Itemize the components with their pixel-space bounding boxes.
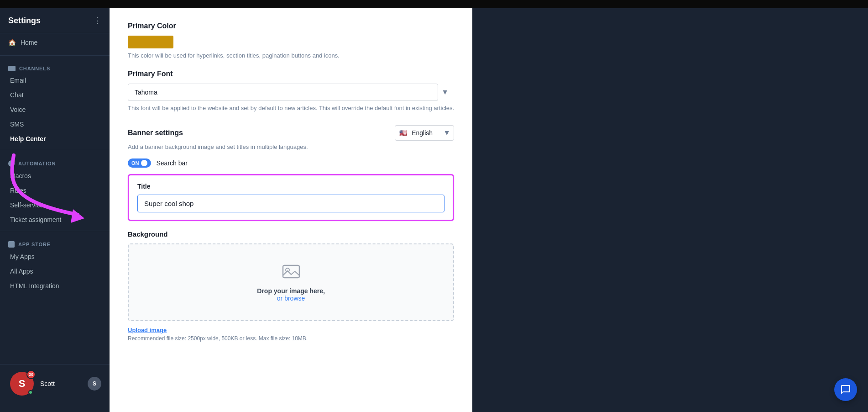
title-box: Title [128, 174, 454, 221]
home-label: Home [21, 39, 37, 46]
sidebar-item-my-apps[interactable]: My Apps [0, 249, 110, 264]
top-bar [0, 0, 868, 8]
toggle-label: ON [131, 160, 139, 166]
browse-link[interactable]: or browse [277, 295, 305, 302]
app-store-label: APP STORE [8, 241, 101, 248]
browse-row: or browse [138, 295, 444, 302]
sidebar-item-help-center[interactable]: Help Center [0, 132, 110, 146]
chat-fab-button[interactable] [834, 378, 857, 401]
upload-image-link[interactable]: Upload image [128, 327, 454, 333]
sidebar: Settings ⋮ 🏠 Home CHANNELS Email Chat Vo… [0, 8, 110, 412]
primary-color-title: Primary Color [128, 22, 454, 30]
sidebar-item-sms[interactable]: SMS [0, 117, 110, 132]
sidebar-title: Settings [8, 16, 41, 26]
channels-icon [8, 66, 16, 71]
search-bar-label: Search bar [157, 159, 188, 167]
background-title: Background [128, 230, 454, 238]
image-upload-icon [138, 263, 444, 283]
channels-label: CHANNELS [8, 66, 101, 71]
banner-settings-header: Banner settings 🇺🇸 English Spanish Frenc… [128, 125, 454, 141]
font-select[interactable]: Tahoma Arial Helvetica Georgia Times New… [128, 84, 438, 101]
primary-font-title: Primary Font [128, 70, 454, 78]
sidebar-item-macros[interactable]: Macros [0, 169, 110, 183]
content-inner: Primary Color This color will be used fo… [110, 8, 472, 412]
banner-settings-title: Banner settings [128, 129, 183, 137]
sidebar-item-self-service[interactable]: Self-service [0, 198, 110, 212]
sidebar-item-home[interactable]: 🏠 Home [0, 33, 110, 52]
more-options-icon[interactable]: ⋮ [93, 16, 101, 26]
primary-color-section: Primary Color This color will be used fo… [128, 22, 454, 59]
notification-wrap: S 20 [8, 370, 36, 397]
title-input[interactable] [137, 195, 444, 212]
sidebar-item-all-apps[interactable]: All Apps [0, 264, 110, 279]
sidebar-item-rules[interactable]: Rules [0, 183, 110, 198]
drop-text: Drop your image here, [138, 287, 444, 295]
toggle-knob [141, 160, 147, 166]
automation-icon [8, 160, 15, 167]
primary-font-desc: This font will be applied to the website… [128, 105, 454, 111]
font-select-wrap: Tahoma Arial Helvetica Georgia Times New… [128, 84, 454, 101]
drop-zone[interactable]: Drop your image here, or browse [128, 243, 454, 321]
automation-section-header: AUTOMATION [0, 154, 110, 169]
search-bar-row: ON Search bar [128, 158, 454, 168]
user-name: Scott [40, 380, 55, 387]
background-section: Background Drop your image here, [128, 230, 454, 342]
banner-settings-section: Banner settings 🇺🇸 English Spanish Frenc… [128, 125, 454, 342]
sidebar-header: Settings ⋮ [0, 8, 110, 33]
secondary-avatar[interactable]: S [88, 377, 101, 391]
sidebar-item-chat[interactable]: Chat [0, 88, 110, 102]
notification-badge: 20 [26, 370, 36, 379]
automation-label: AUTOMATION [8, 160, 101, 167]
avatar[interactable]: S 20 [10, 372, 34, 396]
sidebar-item-ticket-assignment[interactable]: Ticket assignment [0, 212, 110, 227]
sidebar-item-voice[interactable]: Voice [0, 102, 110, 117]
app-store-section-header: APP STORE [0, 235, 110, 249]
store-icon [8, 241, 15, 248]
channels-section-header: CHANNELS [0, 59, 110, 73]
sidebar-item-email[interactable]: Email [0, 73, 110, 88]
primary-color-desc: This color will be used for hyperlinks, … [128, 52, 454, 59]
main-content: Primary Color This color will be used fo… [110, 8, 472, 412]
sidebar-user-area: S 20 Scott S [0, 364, 110, 403]
sidebar-item-html-integration[interactable]: HTML Integration [0, 279, 110, 293]
language-select-wrap: 🇺🇸 English Spanish French German ▼ [395, 125, 454, 141]
color-swatch[interactable] [128, 36, 173, 48]
avatar-container: S 20 [8, 370, 36, 397]
upload-hint: Recommended file size: 2500px wide, 500K… [128, 335, 454, 342]
banner-settings-desc: Add a banner background image and set ti… [128, 143, 454, 150]
font-select-arrow: ▼ [441, 88, 449, 96]
svg-rect-1 [283, 265, 299, 278]
language-flag: 🇺🇸 [399, 129, 407, 137]
home-icon: 🏠 [8, 39, 16, 46]
primary-font-section: Primary Font Tahoma Arial Helvetica Geor… [128, 70, 454, 111]
online-status-badge [28, 390, 33, 395]
search-bar-toggle[interactable]: ON [128, 158, 151, 168]
title-label: Title [137, 183, 444, 190]
